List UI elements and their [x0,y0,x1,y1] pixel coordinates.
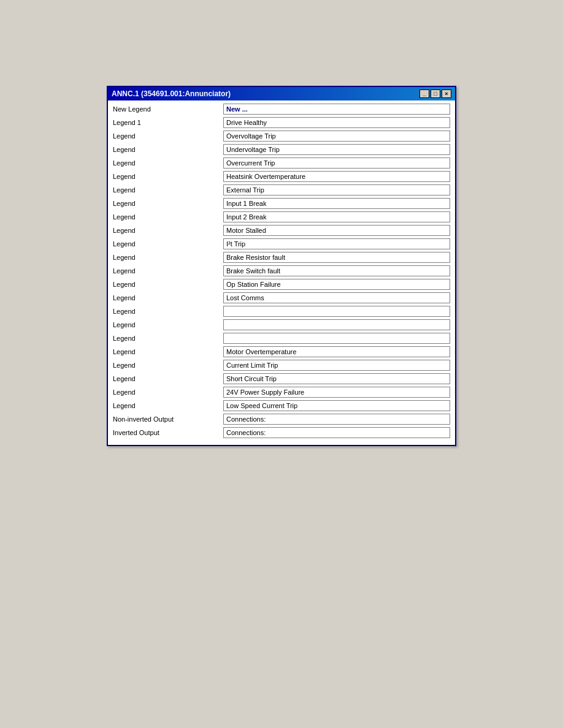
table-row: LegendMotor Overtemperature [113,346,450,358]
row-label: Legend [113,173,223,180]
row-label: Legend [113,362,223,369]
row-label: New Legend [113,105,223,113]
table-row: LegendHeatsink Overtemperature [113,170,450,183]
row-field[interactable]: Current Limit Trip [223,360,450,371]
row-field[interactable]: Input 1 Break [223,198,450,209]
table-row: LegendOvercurrent Trip [113,157,450,169]
row-field[interactable]: Brake Switch fault [223,265,450,276]
table-row: Legend [113,319,450,331]
table-row: LegendInput 1 Break [113,197,450,210]
row-label: Legend [113,254,223,261]
table-row: LegendI²t Trip [113,238,450,250]
row-label: Legend [113,348,223,355]
row-label: Legend [113,132,223,140]
row-label: Legend [113,335,223,342]
row-field[interactable]: Overcurrent Trip [223,157,450,169]
row-label: Legend [113,281,223,288]
row-field[interactable]: Motor Overtemperature [223,346,450,357]
row-label: Inverted Output [113,429,223,436]
table-row: Non-inverted OutputConnections: [113,413,450,425]
table-row: LegendMotor Stalled [113,224,450,237]
table-row: LegendExternal Trip [113,184,450,196]
row-field[interactable]: Connections: [223,414,450,425]
table-row: Legend24V Power Supply Failure [113,386,450,398]
table-row: LegendOp Station Failure [113,278,450,290]
row-field[interactable]: Brake Resistor fault [223,252,450,263]
table-row: Legend [113,305,450,317]
row-label: Legend [113,200,223,207]
row-field[interactable]: I²t Trip [223,238,450,249]
row-field[interactable] [223,333,450,344]
table-row: LegendShort Circuit Trip [113,373,450,385]
row-field[interactable]: Op Station Failure [223,279,450,290]
table-row: LegendUndervoltage Trip [113,143,450,156]
row-field[interactable]: Overvoltage Trip [223,131,450,142]
title-bar: ANNC.1 (354691.001:Annunciator) _ □ × [108,87,455,100]
row-field[interactable]: Drive Healthy [223,117,450,128]
row-field[interactable]: Connections: [223,427,450,438]
row-label: Legend [113,321,223,328]
table-row: LegendBrake Switch fault [113,265,450,277]
close-button[interactable]: × [442,89,451,98]
row-label: Non-inverted Output [113,415,223,423]
table-row: Inverted OutputConnections: [113,427,450,439]
row-field[interactable]: External Trip [223,184,450,195]
table-row: LegendLow Speed Current Trip [113,400,450,412]
row-label: Legend [113,375,223,382]
row-field[interactable]: New ... [223,104,450,115]
table-row: LegendBrake Resistor fault [113,251,450,264]
row-label: Legend [113,146,223,153]
row-label: Legend [113,240,223,248]
row-label: Legend [113,186,223,194]
row-field[interactable] [223,306,450,317]
row-label: Legend 1 [113,119,223,126]
table-row: LegendInput 2 Break [113,211,450,223]
row-field[interactable]: Short Circuit Trip [223,373,450,384]
row-label: Legend [113,227,223,234]
row-field[interactable]: Low Speed Current Trip [223,400,450,411]
row-field[interactable]: Lost Comms [223,292,450,303]
table-row: Legend 1Drive Healthy [113,116,450,129]
content-area: New LegendNew ...Legend 1Drive HealthyLe… [108,100,455,445]
table-row: LegendLost Comms [113,292,450,304]
minimize-button[interactable]: _ [419,89,429,98]
row-field[interactable] [223,319,450,330]
row-label: Legend [113,308,223,315]
row-label: Legend [113,389,223,396]
table-row: New LegendNew ... [113,103,450,115]
row-label: Legend [113,213,223,221]
row-field[interactable]: Heatsink Overtemperature [223,171,450,182]
row-field[interactable]: Input 2 Break [223,211,450,222]
main-window: ANNC.1 (354691.001:Annunciator) _ □ × Ne… [107,86,456,446]
row-field[interactable]: Motor Stalled [223,225,450,236]
maximize-button[interactable]: □ [431,89,440,98]
row-label: Legend [113,294,223,301]
row-field[interactable]: 24V Power Supply Failure [223,387,450,398]
row-label: Legend [113,159,223,167]
row-field[interactable]: Undervoltage Trip [223,144,450,155]
row-label: Legend [113,267,223,275]
table-row: LegendCurrent Limit Trip [113,359,450,371]
table-row: LegendOvervoltage Trip [113,130,450,142]
table-row: Legend [113,332,450,344]
title-bar-buttons: _ □ × [419,89,451,98]
window-title: ANNC.1 (354691.001:Annunciator) [112,89,231,98]
row-label: Legend [113,402,223,409]
